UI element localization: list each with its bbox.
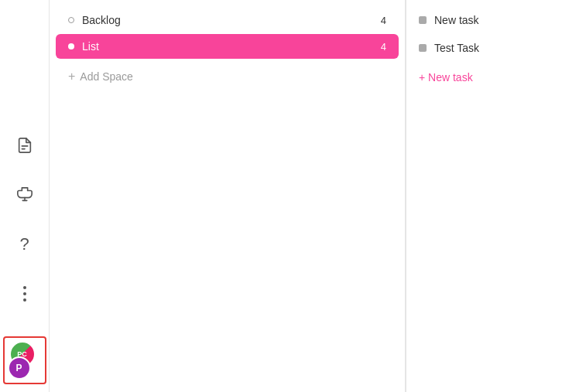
add-space-button[interactable]: + Add Space — [56, 62, 399, 91]
sidebar-item-list[interactable]: List 4 — [56, 34, 399, 59]
dropdown-item-new-task[interactable]: New task — [406, 6, 562, 34]
dropdown-item-test-task[interactable]: Test Task — [406, 34, 562, 62]
more-icon[interactable] — [11, 280, 39, 308]
backlog-label: Backlog — [82, 14, 121, 26]
new-task-label: New task — [434, 14, 479, 26]
test-task-square — [419, 44, 427, 52]
document-icon[interactable] — [11, 131, 39, 159]
new-task-button[interactable]: + New task — [406, 65, 562, 90]
backlog-dot — [68, 17, 74, 23]
right-panel: New task Test Task + New task — [406, 0, 562, 392]
avatar-cluster[interactable]: PC P — [8, 341, 42, 380]
add-space-label: Add Space — [80, 70, 133, 83]
help-icon[interactable]: ? — [11, 230, 39, 258]
avatar-bottom: PC P — [3, 336, 46, 384]
new-task-button-label: + New task — [419, 71, 473, 84]
icon-bar: ? PC P — [0, 0, 50, 392]
plus-icon: + — [68, 70, 75, 84]
list-label: List — [82, 40, 99, 53]
list-count: 4 — [381, 41, 386, 53]
new-task-square — [419, 16, 427, 24]
avatar-p: P — [8, 356, 31, 380]
list-dot — [68, 43, 74, 49]
sidebar: Backlog 4 List 4 + Add Space — [50, 0, 406, 392]
sidebar-item-backlog[interactable]: Backlog 4 — [56, 8, 399, 32]
backlog-count: 4 — [381, 15, 386, 26]
trophy-icon[interactable] — [11, 181, 39, 209]
avatar-outline-box: PC P — [3, 336, 46, 384]
test-task-label: Test Task — [434, 42, 479, 54]
